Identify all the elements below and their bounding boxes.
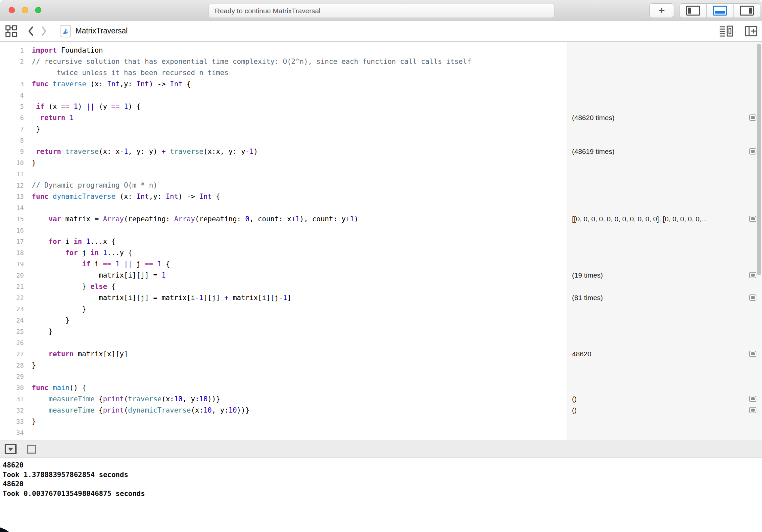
code-line[interactable]: 25 } [0,326,567,337]
show-result-button[interactable] [749,295,756,301]
code-line[interactable]: 13func dynamicTraverse (x: Int,y: Int) -… [0,191,567,202]
result-value: (48620 times) [572,112,745,123]
code-line[interactable]: 24 } [0,315,567,326]
code-line[interactable]: 19 if i == 1 || j == 1 { [0,258,567,270]
code-line[interactable]: 18 for j in 1...y { [0,247,567,258]
code-line[interactable]: 23 } [0,303,567,315]
token: } [32,316,69,324]
code-text: return traverse(x: x-1, y: y) + traverse… [24,146,258,157]
code-text [24,427,32,438]
code-line[interactable]: 14 [0,202,567,213]
show-result-button[interactable] [749,272,756,278]
result-entry: (19 times) [568,270,762,281]
code-line[interactable]: 1import Foundation [0,45,567,56]
code-line[interactable]: twice unless it has been recursed n time… [0,67,567,78]
token: 1 [296,215,300,223]
code-line[interactable]: 22 matrix[i][j] = matrix[i-1][j] + matri… [0,292,567,303]
code-line[interactable]: 6 return 1 [0,112,567,123]
token: ,y: [120,80,137,88]
minimize-button-icon[interactable] [22,7,28,13]
console-output[interactable]: 48620Took 1.378883957862854 seconds48620… [0,458,762,532]
token: 1 [69,114,74,122]
show-result-button[interactable] [749,351,756,357]
line-number: 19 [0,258,24,270]
editor-options-icon[interactable] [719,25,733,37]
token: - [120,148,124,156]
token [69,102,74,110]
code-line[interactable]: 29 [0,371,567,382]
result-value: 48620 [572,348,745,360]
code-line[interactable]: 15 var matrix = Array(repeating: Array(r… [0,213,567,225]
code-text [24,337,32,348]
code-line[interactable]: 11 [0,168,567,180]
forward-chevron-icon[interactable] [41,26,47,36]
source-editor[interactable]: 1import Foundation2// recursive solution… [0,42,567,440]
token: ( [124,406,128,414]
code-line[interactable]: 16 [0,225,567,236]
code-text: } [24,315,69,326]
code-line[interactable]: 32 measureTime {print(dynamicTraverse(x:… [0,405,567,416]
related-items-icon[interactable] [5,25,17,37]
code-line[interactable]: 7 } [0,123,567,135]
toggle-bottom-panel-button[interactable] [707,4,733,18]
console-line: Took 0.0037670135498046875 seconds [3,489,762,499]
code-line[interactable]: 3func traverse (x: Int,y: Int) -> Int { [0,78,567,90]
code-text: } else { [24,281,115,292]
token [49,80,53,88]
code-line[interactable]: 2// recursive solution that has exponent… [0,56,567,67]
token: , y: [212,406,229,414]
code-line[interactable]: 8 [0,135,567,146]
code-line[interactable]: 34 [0,427,567,438]
hide-console-icon[interactable] [5,444,17,454]
add-tab-button[interactable]: + [649,3,674,18]
jump-bar: MatrixTraversal [0,21,762,42]
line-number: 9 [0,146,24,157]
close-button-icon[interactable] [9,7,15,13]
line-number: 13 [0,191,24,202]
token: || [124,260,132,268]
line-number: 11 [0,168,24,180]
toggle-right-sidebar-button[interactable] [733,4,760,18]
token: for [49,237,61,245]
code-line[interactable]: 5 if (x == 1) || (y == 1) { [0,101,567,112]
code-line[interactable]: 20 matrix[i][j] = 1 [0,270,567,281]
line-number: 8 [0,135,24,146]
code-line[interactable]: 12// Dynamic programing O(m * n) [0,180,567,191]
token: + [162,148,166,156]
show-result-button[interactable] [749,396,756,402]
code-line[interactable]: 30func main() { [0,382,567,393]
show-result-button[interactable] [749,148,756,155]
code-line[interactable]: 28} [0,360,567,371]
line-number: 27 [0,348,24,360]
code-line[interactable]: 27 return matrix[x][y] [0,348,567,360]
add-editor-icon[interactable] [745,26,757,36]
zoom-button-icon[interactable] [35,7,41,13]
stop-square-icon[interactable] [27,445,36,454]
result-square-icon [751,409,755,412]
show-result-button[interactable] [749,216,756,222]
token [120,260,124,268]
code-line[interactable]: 31 measureTime {print(traverse(x:10, y:1… [0,393,567,405]
line-number: 21 [0,281,24,292]
line-number: 28 [0,360,24,371]
show-result-button[interactable] [749,114,756,121]
token: , y: [183,395,199,403]
back-chevron-icon[interactable] [28,26,34,36]
code-text [24,90,32,101]
code-line[interactable]: 21 } else { [0,281,567,292]
code-line[interactable]: 26 [0,337,567,348]
code-line[interactable]: 9 return traverse(x: x-1, y: y) + traver… [0,146,567,157]
token: ))} [237,406,250,414]
jump-bar-file-name[interactable]: MatrixTraversal [75,27,128,35]
toggle-left-sidebar-button[interactable] [680,4,707,18]
code-text: func dynamicTraverse (x: Int,y: Int) -> … [24,191,220,202]
code-line[interactable]: 17 for i in 1...x { [0,236,567,247]
code-line[interactable]: 4 [0,90,567,101]
token: { [95,406,103,414]
show-result-button[interactable] [749,407,756,413]
code-line[interactable]: 33} [0,416,567,427]
vertical-scrollbar[interactable] [757,44,761,275]
code-line[interactable]: 10} [0,157,567,168]
token: traverse [128,395,162,403]
token: return [40,114,65,122]
